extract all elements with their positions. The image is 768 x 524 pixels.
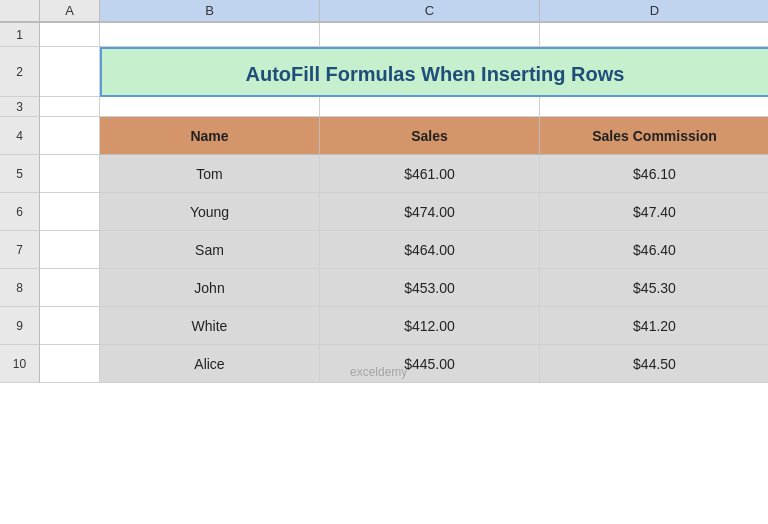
corner-cell <box>0 0 40 22</box>
row-1: 1 <box>0 23 768 47</box>
cell-a5[interactable] <box>40 155 100 193</box>
cell-a7[interactable] <box>40 231 100 269</box>
spreadsheet: A B C D 1 2 AutoFill Formulas When Inser… <box>0 0 768 524</box>
cell-a10[interactable] <box>40 345 100 383</box>
cell-b7[interactable]: Sam <box>100 231 320 269</box>
cell-c8[interactable]: $453.00 <box>320 269 540 307</box>
cell-b4[interactable]: Name <box>100 117 320 155</box>
row-9: 9 White $412.00 $41.20 <box>0 307 768 345</box>
cell-b1[interactable] <box>100 23 320 47</box>
cell-c3[interactable] <box>320 97 540 117</box>
cell-d6[interactable]: $47.40 <box>540 193 768 231</box>
col-header-b[interactable]: B <box>100 0 320 22</box>
cell-c10[interactable]: $445.00 exceldemy <box>320 345 540 383</box>
row-header-6[interactable]: 6 <box>0 193 40 231</box>
cell-d4[interactable]: Sales Commission <box>540 117 768 155</box>
cell-b5[interactable]: Tom <box>100 155 320 193</box>
cell-b9[interactable]: White <box>100 307 320 345</box>
cell-b6[interactable]: Young <box>100 193 320 231</box>
cell-d1[interactable] <box>540 23 768 47</box>
cell-c5[interactable]: $461.00 <box>320 155 540 193</box>
cell-d3[interactable] <box>540 97 768 117</box>
column-headers: A B C D <box>0 0 768 23</box>
row-header-1[interactable]: 1 <box>0 23 40 47</box>
row-header-8[interactable]: 8 <box>0 269 40 307</box>
cell-b3[interactable] <box>100 97 320 117</box>
cell-d10[interactable]: $44.50 <box>540 345 768 383</box>
row-header-3[interactable]: 3 <box>0 97 40 117</box>
cell-a6[interactable] <box>40 193 100 231</box>
row-header-7[interactable]: 7 <box>0 231 40 269</box>
row-4: 4 Name Sales Sales Commission <box>0 117 768 155</box>
col-header-d[interactable]: D <box>540 0 768 22</box>
cell-b8[interactable]: John <box>100 269 320 307</box>
cell-b10[interactable]: Alice <box>100 345 320 383</box>
cell-c1[interactable] <box>320 23 540 47</box>
cell-c6[interactable]: $474.00 <box>320 193 540 231</box>
cell-a2[interactable] <box>40 47 100 97</box>
cell-d8[interactable]: $45.30 <box>540 269 768 307</box>
cell-c9[interactable]: $412.00 <box>320 307 540 345</box>
cell-d5[interactable]: $46.10 <box>540 155 768 193</box>
row-header-2[interactable]: 2 <box>0 47 40 97</box>
cell-d9[interactable]: $41.20 <box>540 307 768 345</box>
row-7: 7 Sam $464.00 $46.40 <box>0 231 768 269</box>
col-header-a[interactable]: A <box>40 0 100 22</box>
cell-a9[interactable] <box>40 307 100 345</box>
col-header-c[interactable]: C <box>320 0 540 22</box>
row-3: 3 <box>0 97 768 117</box>
row-8: 8 John $453.00 $45.30 <box>0 269 768 307</box>
cell-d7[interactable]: $46.40 <box>540 231 768 269</box>
cell-a1[interactable] <box>40 23 100 47</box>
cell-c7[interactable]: $464.00 <box>320 231 540 269</box>
row-header-5[interactable]: 5 <box>0 155 40 193</box>
row-header-9[interactable]: 9 <box>0 307 40 345</box>
cell-c10-value: $445.00 <box>404 356 455 372</box>
row-10: 10 Alice $445.00 exceldemy $44.50 <box>0 345 768 383</box>
watermark: exceldemy <box>350 353 407 391</box>
title-cell[interactable]: AutoFill Formulas When Inserting Rows <box>100 47 768 97</box>
row-2: 2 AutoFill Formulas When Inserting Rows <box>0 47 768 97</box>
row-5: 5 Tom $461.00 $46.10 <box>0 155 768 193</box>
row-6: 6 Young $474.00 $47.40 <box>0 193 768 231</box>
cell-a3[interactable] <box>40 97 100 117</box>
row-header-10[interactable]: 10 <box>0 345 40 383</box>
row-header-4[interactable]: 4 <box>0 117 40 155</box>
cell-a8[interactable] <box>40 269 100 307</box>
cell-a4[interactable] <box>40 117 100 155</box>
cell-c4[interactable]: Sales <box>320 117 540 155</box>
